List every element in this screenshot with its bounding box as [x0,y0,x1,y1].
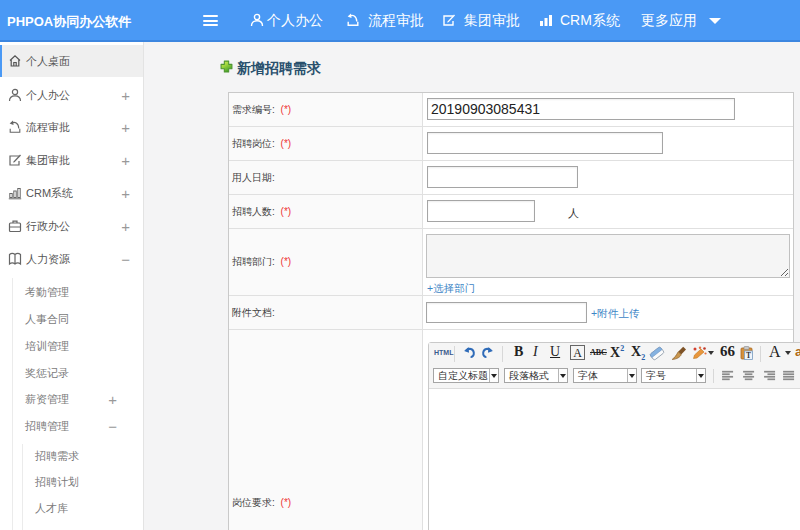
svg-text:T: T [746,351,751,360]
